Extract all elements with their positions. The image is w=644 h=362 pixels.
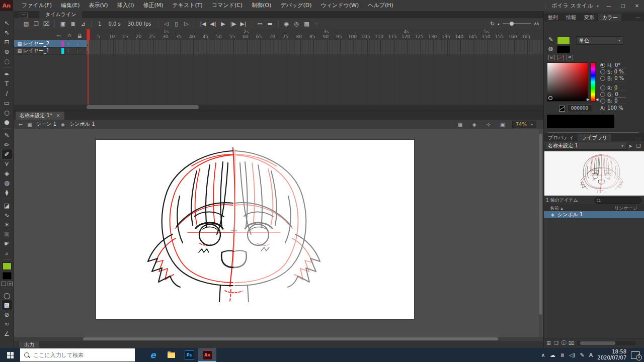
collapse-panel-icon[interactable]: — (635, 14, 640, 21)
taskbar-app-explorer[interactable] (162, 348, 180, 362)
fill-color-icon[interactable]: ◍ (548, 45, 553, 52)
camera-button[interactable]: ▣ (58, 21, 68, 27)
stage-canvas[interactable] (96, 140, 414, 319)
library-scroll-thumb[interactable] (580, 341, 615, 345)
tab-align[interactable]: 整列 (544, 14, 562, 21)
ink-bottle-tool[interactable]: ◍ (2, 178, 13, 188)
object-drawing-toggle[interactable]: ◯ (2, 291, 13, 300)
layer-visibility-dot[interactable]: · (64, 48, 73, 54)
onion-skin-outline-button[interactable]: ◎ (292, 21, 302, 27)
menu-item[interactable]: 制御(O) (247, 0, 276, 11)
tab-output[interactable]: 出力 (19, 341, 39, 348)
tab-info[interactable]: 情報 (562, 14, 580, 21)
frame-grid-row[interactable] (87, 40, 543, 48)
swap-colors-icon[interactable]: ⇄ (8, 282, 13, 286)
lasso-tool[interactable]: ◌ (2, 56, 13, 66)
menu-item[interactable]: ウィンドウ(W) (316, 0, 364, 11)
stage-vertical-scrollbar[interactable] (539, 129, 542, 337)
brightness-value[interactable]: 0 % (614, 75, 625, 81)
stage-hscroll-thumb[interactable] (83, 337, 498, 340)
menu-item[interactable]: ファイル(F) (17, 0, 56, 11)
toolbar-fill-color-swatch[interactable] (3, 272, 12, 280)
lock-fill-toggle[interactable]: ▩ (2, 300, 13, 310)
remove-frame-button[interactable]: ▬ (265, 21, 275, 27)
action-center-button[interactable]: 1 (631, 351, 640, 359)
tab-timeline[interactable]: タイムライン (39, 11, 82, 18)
eyedropper-tool[interactable]: ⧫ (2, 188, 13, 197)
taskbar-clock[interactable]: 18:58 2020/07/07 (597, 349, 626, 361)
paint-bucket-tool[interactable]: ◈ (2, 168, 13, 178)
hue-value[interactable]: 0° (615, 62, 626, 68)
playhead-line[interactable] (88, 29, 89, 105)
tab-color[interactable]: カラー (598, 14, 621, 21)
library-document-dropdown[interactable]: 名称未設定-1 ▾ (545, 142, 626, 150)
menu-item[interactable]: 表示(V) (85, 0, 113, 11)
start-button[interactable] (0, 348, 20, 362)
search-input[interactable] (32, 351, 115, 359)
hue-slider-arrow-left[interactable]: ▶ (587, 98, 589, 102)
asset-warp-tool[interactable]: ✶ (2, 220, 13, 229)
selection-tool[interactable]: ↖ (2, 18, 13, 28)
menu-item[interactable]: 編集(E) (56, 0, 85, 11)
line-tool[interactable]: ∕ (2, 88, 13, 98)
reset-timeline-zoom-icon[interactable]: ↻ (488, 21, 498, 27)
layer-name[interactable]: レイヤー_1 (23, 47, 53, 54)
step-forward-button[interactable]: ▷ (182, 21, 192, 27)
menu-item[interactable]: 挿入(I) (113, 0, 139, 11)
new-layer-button[interactable]: ▤ (21, 21, 31, 27)
edit-multiple-frames-button[interactable]: ▩ (302, 21, 312, 27)
oval-tool[interactable]: ○ (2, 108, 13, 117)
menu-item[interactable]: コマンド(C) (207, 0, 247, 11)
new-library-panel-icon[interactable]: ❐ (634, 143, 642, 149)
taskbar-app-photoshop[interactable]: Ps (180, 348, 198, 362)
zoom-tool[interactable]: ⌕ (2, 248, 13, 258)
rectangle-tool[interactable]: ▭ (2, 98, 13, 108)
straighten-mode-button[interactable]: ∠ (2, 329, 13, 338)
menu-item[interactable]: ヘルプ(H) (363, 0, 398, 11)
timeline-zoom-knob[interactable] (510, 22, 514, 26)
insert-frame-button[interactable]: ▭ (255, 21, 265, 27)
taskbar-search[interactable] (20, 348, 135, 361)
onedrive-cloud-icon[interactable]: ☁ (550, 352, 555, 358)
delete-item-button[interactable]: ⌧ (568, 340, 575, 346)
outline-column-icon[interactable]: ▭ (56, 33, 61, 38)
library-search-field[interactable] (594, 197, 641, 204)
stage-horizontal-scrollbar[interactable] (14, 337, 543, 341)
onion-skin-button[interactable]: ◉ (282, 21, 292, 27)
hue-slider-arrow-right[interactable]: ◀ (596, 98, 598, 102)
primitive-tool[interactable]: ● (2, 117, 13, 127)
menu-item[interactable]: テキスト(T) (168, 0, 207, 11)
green-value[interactable]: 0 (615, 92, 626, 98)
lock-column-icon[interactable] (78, 36, 82, 38)
edit-symbol-button[interactable]: ◈ (470, 122, 479, 127)
smooth-mode-button[interactable]: ≈ (2, 319, 13, 329)
new-folder-button[interactable]: ❐ (552, 340, 560, 346)
prev-frame-button[interactable]: ◀| (208, 21, 218, 27)
frame-grid-row[interactable] (87, 47, 543, 55)
layer-row[interactable]: ▤ レイヤー_2 · · (14, 40, 87, 48)
saturation-value[interactable]: 0 % (614, 69, 625, 75)
play-button[interactable]: ▶ (218, 21, 228, 27)
ime-mode-indicator[interactable]: A (589, 352, 593, 358)
hex-color-input[interactable]: 000000 (567, 105, 592, 112)
current-frame-value[interactable]: 1 (98, 21, 101, 27)
hue-radio[interactable] (600, 63, 605, 68)
menu-item[interactable]: 修正(M) (138, 0, 168, 11)
center-stage-button[interactable]: ⊹ (484, 122, 493, 127)
timeline-horizontal-scrollbar[interactable] (14, 105, 543, 110)
pin-library-icon[interactable]: ➤ (626, 143, 634, 149)
close-button[interactable]: ✕ (630, 0, 644, 11)
taskbar-app-edge[interactable]: e (144, 348, 162, 362)
modify-markers-button[interactable]: ⁘ (312, 21, 322, 27)
3d-rotation-tool[interactable]: ⊕ (2, 47, 13, 56)
clip-content-button[interactable]: ▣ (498, 122, 507, 127)
tab-library[interactable]: ライブラリ (578, 134, 611, 141)
default-colors-icon[interactable]: ◱ (548, 55, 555, 60)
pen-tool[interactable]: ✒ (2, 69, 13, 79)
new-symbol-button[interactable]: ⊞ (545, 340, 552, 346)
layer-row[interactable]: ▤ レイヤー_1 · · (14, 47, 87, 55)
red-value[interactable]: 0 (614, 85, 625, 91)
document-tab[interactable]: 名称未設定-1* ✕ (16, 112, 64, 120)
classic-brush-tool[interactable]: ✏ (2, 140, 13, 149)
item-properties-button[interactable]: ⓘ (560, 339, 568, 346)
